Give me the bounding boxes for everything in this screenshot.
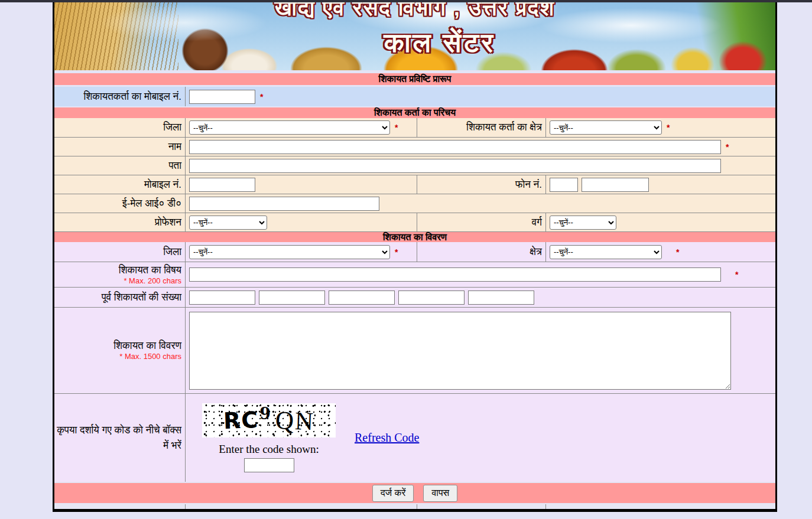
description-textarea[interactable]	[189, 312, 731, 390]
table-bottom-border	[54, 509, 775, 512]
action-bar: दर्ज करें वापस	[54, 483, 775, 503]
required-mark: *	[735, 270, 738, 279]
email-input[interactable]	[189, 197, 379, 211]
form-title-bar: शिकायत प्रविष्टि प्रारूप	[54, 73, 775, 85]
description-label: शिकायत का विवरण	[54, 340, 181, 352]
row-complainant-mobile: शिकायतकर्ता का मोबाइल नं. *	[54, 87, 775, 106]
row-previous-complaints: पूर्व शिकायतों की संख्या	[54, 287, 775, 307]
address-label: पता	[54, 156, 186, 175]
description-max-chars-hint: * Max. 1500 chars	[54, 352, 181, 361]
row-captcha: कृपया दर्शाये गए कोड को नीचे बॉक्स में भ…	[54, 393, 775, 482]
footer-cell	[54, 504, 186, 509]
required-mark: *	[676, 247, 679, 257]
row-identity-district: जिला --चुनें-- * शिकायत कर्ता का क्षेत्र…	[54, 118, 775, 137]
phone-label: फोन नं.	[417, 175, 546, 194]
profession-label: प्रोफेशन	[54, 213, 186, 231]
row-name: नाम *	[54, 137, 775, 156]
email-label: ई-मेल आई० डी०	[54, 194, 186, 213]
previous-complaint-input-4[interactable]	[398, 290, 465, 305]
row-profession-category: प्रोफेशन --चुनें-- वर्ग --चुनें--	[54, 213, 775, 231]
category-select[interactable]: --चुनें--	[550, 216, 616, 230]
captcha-instruction-label: कृपया दर्शाये गए कोड को नीचे बॉक्स में भ…	[54, 394, 186, 482]
complaint-area-label: क्षेत्र	[417, 242, 546, 262]
identity-area-label: शिकायत कर्ता का क्षेत्र	[417, 118, 546, 137]
category-label: वर्ग	[417, 213, 546, 231]
refresh-code-link[interactable]: Refresh Code	[355, 431, 419, 445]
footer-cell	[186, 504, 417, 509]
identity-section-bar: शिकायत कर्ता का परिचय	[54, 107, 775, 118]
submit-button[interactable]: दर्ज करें	[372, 485, 414, 502]
phone-std-code-input[interactable]	[550, 178, 578, 192]
required-mark: *	[395, 123, 398, 132]
identity-area-select[interactable]: --चुनें--	[550, 120, 662, 135]
complainant-mobile-label: शिकायतकर्ता का मोबाइल नं.	[54, 87, 186, 106]
previous-complaints-label: पूर्व शिकायतों की संख्या	[54, 288, 186, 307]
banner-image: खाद्य एवं रसद विभाग , उत्तर प्रदेश काल स…	[54, 2, 775, 70]
complainant-mobile-input[interactable]	[189, 90, 255, 104]
name-label: नाम	[54, 138, 186, 156]
banner-title: खाद्य एवं रसद विभाग , उत्तर प्रदेश	[54, 2, 775, 21]
complaint-form-page: खाद्य एवं रसद विभाग , उत्तर प्रदेश काल स…	[53, 2, 777, 512]
required-mark: *	[667, 123, 670, 132]
subject-max-chars-hint: * Max. 200 chars	[54, 276, 181, 285]
profession-select[interactable]: --चुनें--	[189, 216, 267, 230]
previous-complaint-input-1[interactable]	[189, 290, 255, 305]
required-mark: *	[260, 92, 263, 102]
previous-complaint-input-5[interactable]	[468, 290, 534, 305]
row-mobile-phone: मोबाइल नं. फोन नं.	[54, 175, 775, 194]
complaint-area-select[interactable]: --चुनें--	[550, 245, 662, 259]
mobile-input[interactable]	[189, 178, 255, 192]
captcha-code-text: RC	[223, 407, 259, 434]
captcha-code-text: 9	[259, 404, 271, 423]
mobile-label: मोबाइल नं.	[54, 175, 186, 194]
back-button[interactable]: वापस	[423, 485, 457, 502]
previous-complaint-input-3[interactable]	[329, 290, 395, 305]
subject-input[interactable]	[189, 267, 721, 282]
previous-complaint-input-2[interactable]	[259, 290, 325, 305]
table-footer-row	[54, 504, 775, 509]
row-complaint-district: जिला --चुनें-- * क्षेत्र --चुनें-- *	[54, 242, 775, 262]
identity-section-title: शिकायत कर्ता का परिचय	[374, 107, 456, 118]
phone-number-input[interactable]	[582, 178, 649, 192]
enter-code-label: Enter the code shown:	[219, 443, 319, 456]
complaint-section-title: शिकायत का विवरण	[383, 232, 447, 243]
form-title: शिकायत प्रविष्टि प्रारूप	[379, 74, 452, 84]
name-input[interactable]	[189, 140, 721, 154]
banner-subtitle: काल सेंटर	[79, 27, 775, 59]
identity-district-label: जिला	[54, 118, 186, 137]
required-mark: *	[726, 142, 729, 152]
captcha-code-text: QN	[275, 405, 315, 435]
complaint-district-select[interactable]: --चुनें--	[189, 245, 390, 259]
row-address: पता	[54, 156, 775, 175]
row-description: शिकायत का विवरण * Max. 1500 chars	[54, 307, 775, 393]
footer-cell	[417, 504, 546, 509]
identity-district-select[interactable]: --चुनें--	[189, 120, 390, 135]
captcha-code-input[interactable]	[244, 458, 294, 472]
row-email: ई-मेल आई० डी०	[54, 194, 775, 213]
subject-label: शिकायत का विषय	[54, 265, 181, 276]
captcha-image: RC 9 QN	[202, 403, 336, 438]
complaint-section-bar: शिकायत का विवरण	[54, 231, 775, 242]
complaint-district-label: जिला	[54, 242, 186, 262]
required-mark: *	[395, 247, 398, 257]
footer-cell	[546, 504, 775, 509]
row-subject: शिकायत का विषय * Max. 200 chars *	[54, 262, 775, 287]
address-input[interactable]	[189, 159, 721, 173]
